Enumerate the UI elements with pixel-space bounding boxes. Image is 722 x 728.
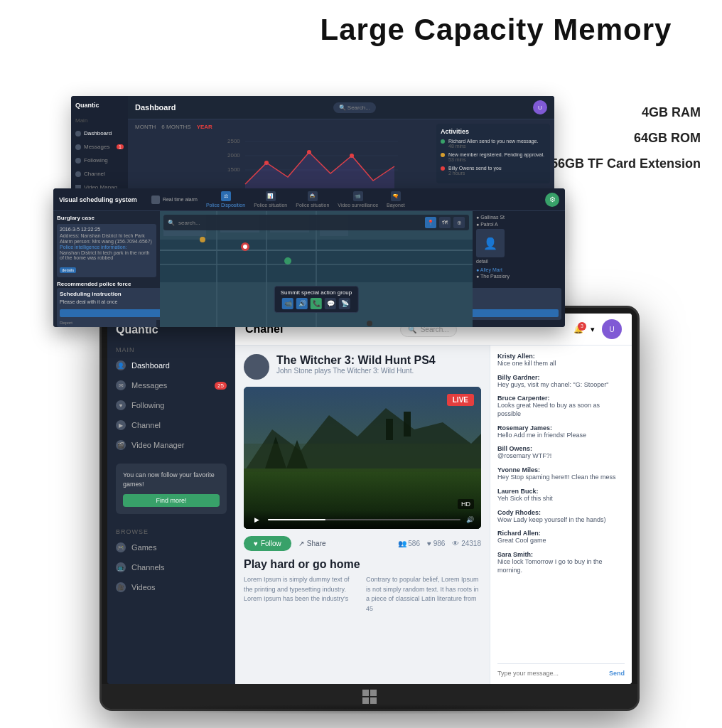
- likes-stat: ♥ 986: [427, 540, 445, 547]
- sidebar-item-channels[interactable]: 📺 Channels: [107, 557, 235, 577]
- chat-message-1: Kristy Allen: Nice one kill them all: [497, 353, 625, 368]
- tablet-shadow: [114, 704, 625, 714]
- tablet-device: Quantic Main 👤 Dashboard ✉ Messages 25 ♥…: [99, 306, 640, 711]
- chat-input[interactable]: [497, 670, 605, 677]
- progress-bar[interactable]: [268, 519, 460, 520]
- chat-message-4: Rosemary James: Hello Add me in friends!…: [497, 424, 625, 440]
- chat-text-6: Hey Stop spaming here!!! Clean the mess: [497, 473, 625, 482]
- dash-nav-following: Following: [71, 154, 128, 167]
- chat-name-4: Rosemary James:: [497, 424, 625, 432]
- sidebar-games-label: Games: [131, 543, 156, 552]
- videos-icon: 🎥: [116, 582, 126, 592]
- sidebar-item-games[interactable]: 🎮 Games: [107, 537, 235, 557]
- send-btn[interactable]: Send: [609, 670, 625, 677]
- video-controls: ▶ 🔊: [244, 510, 481, 529]
- dash-topbar: Dashboard 🔍 Search... U: [128, 96, 554, 119]
- police-nav-situation2: 🚔 Police situation: [296, 191, 329, 208]
- chat-text-5: @rosemary WTF?!: [497, 452, 625, 461]
- messages-icon: ✉: [116, 380, 126, 390]
- dash-logo: Quantic: [71, 96, 128, 114]
- find-more-btn[interactable]: Find more!: [123, 494, 220, 507]
- chat-text-10: Nice lock Tomorrow I go to buy in the mo…: [497, 558, 625, 574]
- tablet-camera: [367, 321, 372, 326]
- channels-icon: 📺: [116, 562, 126, 572]
- video-area: The Witcher 3: Wild Hunt PS4 John Stone …: [235, 346, 490, 684]
- summit-popup: Summit special action group 📹 🔊 📞 💬 📡: [274, 286, 359, 313]
- police-nav-video: 📹 Video surveillance: [338, 191, 378, 208]
- sidebar-item-videos[interactable]: 🎥 Videos: [107, 577, 235, 597]
- video-player: LIVE HD ▶ 🔊: [244, 387, 481, 529]
- specs-area: 4GB RAM 64GB ROM 256GB TF Card Extension: [544, 100, 701, 176]
- follow-label: Follow: [261, 540, 281, 547]
- play-hard-title: Play hard or go home: [244, 558, 481, 571]
- video-scene: LIVE HD ▶ 🔊: [244, 387, 481, 529]
- svg-rect-33: [244, 444, 481, 472]
- chat-name-9: Richard Allen:: [497, 530, 625, 537]
- svg-text:1500: 1500: [227, 166, 240, 173]
- chat-text-4: Hello Add me in friends! Please: [497, 432, 625, 440]
- dash-tab-6months: 6 MONTHS: [161, 124, 190, 130]
- main-content: Chanel 🔍 Search... 🔔 3 ▾ U: [235, 314, 632, 684]
- chat-name-10: Sara Smith:: [497, 551, 625, 558]
- volume-icon[interactable]: 🔊: [466, 516, 474, 523]
- chat-text-2: Hey guys, visit my chanel: "G: Stooper": [497, 381, 625, 390]
- dash-tab-month: MONTH: [135, 124, 156, 130]
- promo-text: You can now follow your favorite games!: [123, 471, 215, 488]
- stream-header: The Witcher 3: Wild Hunt PS4 John Stone …: [244, 354, 481, 380]
- sidebar-browse-label: Browse: [107, 523, 235, 537]
- dash-nav-messages: Messages 1: [71, 140, 128, 154]
- video-manager-icon: 🎬: [116, 440, 126, 450]
- spec-ram: 4GB RAM: [544, 100, 701, 125]
- chat-message-6: Yvonne Miles: Hey Stop spaming here!!! C…: [497, 466, 625, 482]
- windows-button[interactable]: [362, 690, 377, 704]
- notifications-btn[interactable]: 🔔 3: [573, 325, 583, 334]
- heart-icon: ♥: [254, 540, 258, 547]
- follow-btn[interactable]: ♥ Follow: [244, 536, 291, 551]
- sidebar-item-video-manager[interactable]: 🎬 Video Manager: [107, 435, 235, 455]
- spec-rom: 64GB ROM: [544, 125, 701, 151]
- sidebar-following-label: Following: [131, 401, 164, 410]
- dropdown-icon[interactable]: ▾: [591, 325, 595, 334]
- hd-badge: HD: [458, 499, 474, 509]
- sidebar-messages-label: Messages: [131, 381, 167, 390]
- dash-search[interactable]: 🔍 Search...: [333, 102, 376, 113]
- messages-badge: 25: [215, 382, 227, 390]
- sidebar-item-channel[interactable]: ▶ Channel: [107, 415, 235, 435]
- sidebar-item-following[interactable]: ♥ Following: [107, 395, 235, 415]
- sidebar-channels-label: Channels: [131, 563, 164, 572]
- rec-title: Recommended police force: [57, 281, 156, 287]
- police-topbar: Visual scheduling system Real time alarm…: [53, 188, 565, 211]
- dashboard-icon: 👤: [116, 360, 126, 370]
- followers-stat: 👥 586: [398, 540, 420, 547]
- quantic-sidebar: Quantic Main 👤 Dashboard ✉ Messages 25 ♥…: [107, 314, 235, 684]
- dash-nav-channel: Channel: [71, 167, 128, 181]
- svg-point-22: [243, 245, 247, 249]
- page-title: Large Capacity Memory: [270, 0, 722, 47]
- svg-point-23: [284, 257, 291, 264]
- dash-nav-dashboard: Dashboard: [71, 127, 128, 140]
- dash-title: Dashboard: [135, 103, 176, 112]
- chat-input-area[interactable]: Send: [497, 663, 625, 677]
- stats: 👥 586 ♥ 986 👁 24318: [398, 540, 481, 547]
- share-btn[interactable]: ↗ Share: [298, 540, 326, 547]
- chat-name-1: Kristy Allen:: [497, 353, 625, 360]
- svg-text:2500: 2500: [227, 138, 240, 144]
- play-btn[interactable]: ▶: [251, 514, 262, 525]
- streamer-avatar: [244, 354, 269, 380]
- chat-name-5: Bill Owens:: [497, 445, 625, 452]
- play-hard-text-1: Lorem Ipsum is simply dummy text of the …: [244, 575, 359, 614]
- sidebar-main-label: Main: [107, 341, 235, 355]
- police-map: 🔍 search... 📍 🗺 ⊕: [160, 211, 473, 327]
- chat-sidebar: Kristy Allen: Nice one kill them all Bil…: [490, 346, 632, 684]
- chat-message-7: Lauren Buck: Yeh Sick of this shit: [497, 488, 625, 503]
- sidebar-dashboard-label: Dashboard: [131, 361, 170, 370]
- chat-name-3: Bruce Carpenter:: [497, 395, 625, 402]
- sidebar-item-dashboard[interactable]: 👤 Dashboard: [107, 355, 235, 375]
- chat-name-6: Yvonne Miles:: [497, 466, 625, 473]
- chat-text-9: Great Cool game: [497, 537, 625, 545]
- stream-title: The Witcher 3: Wild Hunt PS4: [276, 354, 436, 367]
- sidebar-item-messages[interactable]: ✉ Messages 25: [107, 375, 235, 395]
- stream-subtitle: John Stone plays The Witcher 3: Wild Hun…: [276, 367, 436, 375]
- user-avatar[interactable]: U: [602, 319, 622, 339]
- dispatch-btn[interactable]: Re dispa...: [60, 309, 160, 317]
